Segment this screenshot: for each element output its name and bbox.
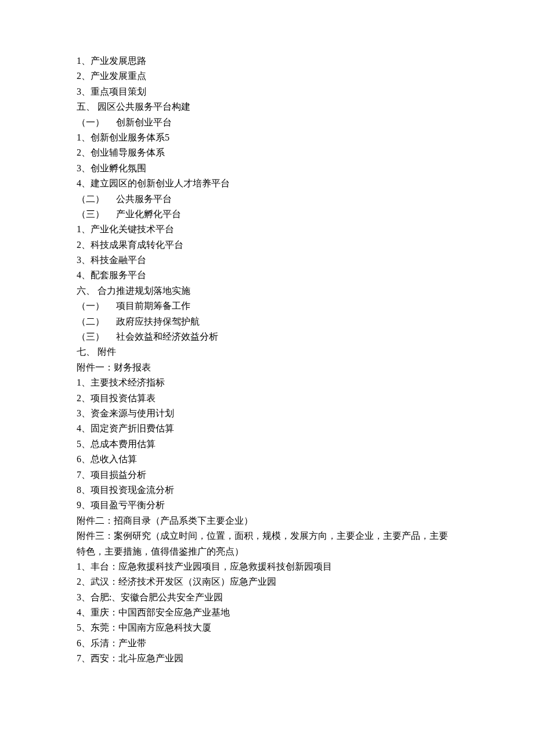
- outline-item: 3、合肥:、安徽合肥公共安全产业园: [77, 590, 457, 605]
- outline-item: 2、武汉：经济技术开发区（汉南区）应急产业园: [77, 574, 457, 589]
- outline-item: 附件一：财务报表: [77, 360, 457, 375]
- outline-item: （二） 政府应扶持保驾护航: [77, 314, 457, 329]
- outline-item: 8、项目投资现金流分析: [77, 483, 457, 498]
- outline-item: 附件二：招商目录（产品系类下主要企业）: [77, 513, 457, 528]
- outline-item: 特色，主要措施，值得借鉴推广的亮点）: [77, 544, 457, 559]
- outline-item: 五、 园区公共服务平台构建: [77, 99, 457, 114]
- outline-item: 1、主要技术经济指标: [77, 375, 457, 390]
- outline-item: 七、 附件: [77, 344, 457, 359]
- outline-item: 3、资金来源与使用计划: [77, 406, 457, 421]
- outline-item: 7、西安：北斗应急产业园: [77, 651, 457, 666]
- outline-item: 4、固定资产折旧费估算: [77, 421, 457, 436]
- outline-item: 1、丰台：应急救援科技产业园项目，应急救援科技创新园项目: [77, 559, 457, 574]
- outline-item: 2、科技成果育成转化平台: [77, 237, 457, 253]
- outline-item: 3、重点项目策划: [77, 84, 457, 99]
- outline-item: 3、创业孵化氛围: [77, 161, 457, 176]
- outline-item: （三） 产业化孵化平台: [77, 207, 457, 222]
- outline-item: 7、项目损益分析: [77, 467, 457, 483]
- outline-item: 4、重庆：中国西部安全应急产业基地: [77, 605, 457, 620]
- outline-item: 2、创业辅导服务体系: [77, 145, 457, 160]
- outline-item: 4、建立园区的创新创业人才培养平台: [77, 176, 457, 191]
- outline-item: 6、总收入估算: [77, 452, 457, 467]
- outline-item: 附件三：案例研究（成立时间，位置，面积，规模，发展方向，主要企业，主要产品，主要: [77, 528, 457, 543]
- outline-item: （二） 公共服务平台: [77, 192, 457, 207]
- outline-item: 3、科技金融平台: [77, 253, 457, 268]
- outline-item: 1、产业发展思路: [77, 53, 457, 69]
- outline-item: 6、乐清：产业带: [77, 636, 457, 651]
- outline-item: （一） 项目前期筹备工作: [77, 298, 457, 314]
- document-body: 1、产业发展思路 2、产业发展重点 3、重点项目策划 五、 园区公共服务平台构建…: [77, 53, 457, 667]
- outline-item: 2、项目投资估算表: [77, 391, 457, 406]
- outline-item: 1、产业化关键技术平台: [77, 222, 457, 237]
- outline-item: 5、总成本费用估算: [77, 437, 457, 452]
- outline-item: 5、东莞：中国南方应急科技大厦: [77, 620, 457, 635]
- outline-item: 9、项目盈亏平衡分析: [77, 498, 457, 513]
- outline-item: （一） 创新创业平台: [77, 115, 457, 130]
- outline-item: 六、 合力推进规划落地实施: [77, 283, 457, 298]
- outline-item: 1、创新创业服务体系5: [77, 130, 457, 145]
- outline-item: 2、产业发展重点: [77, 69, 457, 84]
- outline-item: （三） 社会效益和经济效益分析: [77, 329, 457, 344]
- outline-item: 4、配套服务平台: [77, 268, 457, 283]
